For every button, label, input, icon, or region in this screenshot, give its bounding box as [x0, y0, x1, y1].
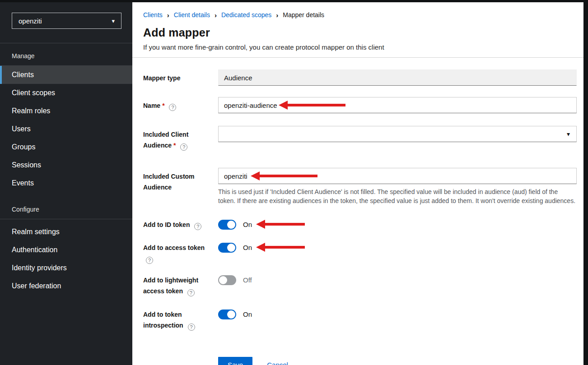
breadcrumb-link-dedicated-scopes[interactable]: Dedicated scopes	[221, 11, 271, 18]
page-subtitle: If you want more fine-grain control, you…	[143, 43, 577, 51]
add-to-id-token-toggle[interactable]	[218, 220, 236, 230]
breadcrumb: Clients › Client details › Dedicated sco…	[143, 11, 577, 18]
page-title: Add mapper	[143, 26, 577, 39]
chevron-right-icon: ›	[167, 12, 169, 18]
add-to-lightweight-access-token-label: Add to lightweight access token ?	[143, 275, 218, 296]
toggle-state-label: On	[243, 309, 252, 319]
cancel-button[interactable]: Cancel	[267, 361, 288, 365]
breadcrumb-link-clients[interactable]: Clients	[143, 11, 163, 18]
realm-selector[interactable]: openziti ▾	[12, 13, 121, 29]
sidebar-item-identity-providers[interactable]: Identity providers	[0, 259, 132, 277]
help-icon[interactable]: ?	[146, 257, 153, 264]
name-label: Name* ?	[143, 97, 218, 113]
chevron-right-icon: ›	[215, 12, 217, 18]
sidebar-item-groups[interactable]: Groups	[0, 138, 132, 156]
sidebar-item-events[interactable]: Events	[0, 174, 132, 192]
help-icon[interactable]: ?	[180, 143, 187, 151]
add-to-token-introspection-toggle[interactable]	[218, 310, 236, 319]
chevron-right-icon: ›	[276, 12, 278, 18]
scrollbar[interactable]	[583, 0, 588, 365]
sidebar-item-authentication[interactable]: Authentication	[0, 241, 132, 259]
sidebar-item-realm-roles[interactable]: Realm roles	[0, 102, 132, 120]
caret-down-icon: ▾	[567, 130, 570, 138]
add-to-lightweight-access-token-toggle[interactable]	[218, 275, 236, 285]
name-input[interactable]	[218, 97, 577, 113]
mapper-type-label: Mapper type	[143, 69, 218, 86]
required-asterisk: *	[173, 142, 176, 149]
annotation-arrow	[279, 101, 345, 110]
included-client-audience-label: Included Client Audience* ?	[143, 126, 218, 151]
save-button[interactable]: Save	[218, 357, 252, 365]
help-icon[interactable]: ?	[187, 289, 195, 296]
included-client-audience-select[interactable]: ▾	[218, 126, 577, 142]
breadcrumb-current: Mapper details	[283, 11, 324, 18]
help-icon[interactable]: ?	[169, 104, 176, 111]
sidebar: openziti ▾ Manage Clients Client scopes …	[0, 2, 132, 365]
annotation-arrow	[256, 243, 305, 252]
toggle-state-label: On	[243, 219, 252, 230]
mapper-form: Mapper type Name* ?	[132, 58, 583, 365]
sidebar-item-sessions[interactable]: Sessions	[0, 156, 132, 174]
sidebar-item-users[interactable]: Users	[0, 120, 132, 138]
help-icon[interactable]: ?	[194, 223, 201, 230]
caret-down-icon: ▾	[112, 18, 115, 24]
breadcrumb-link-client-details[interactable]: Client details	[174, 11, 210, 18]
annotation-arrow	[256, 220, 305, 229]
required-asterisk: *	[162, 102, 164, 109]
add-to-access-token-label: Add to access token ?	[143, 242, 218, 264]
sidebar-item-clients[interactable]: Clients	[0, 66, 132, 84]
annotation-arrow	[251, 171, 317, 180]
sidebar-item-client-scopes[interactable]: Client scopes	[0, 84, 132, 102]
page-header: Clients › Client details › Dedicated sco…	[132, 2, 583, 58]
nav-section-configure: Configure	[0, 206, 132, 219]
realm-selector-value: openziti	[19, 17, 42, 25]
sidebar-item-user-federation[interactable]: User federation	[0, 277, 132, 295]
sidebar-item-realm-settings[interactable]: Realm settings	[0, 223, 132, 241]
sidebar-divider	[0, 219, 132, 219]
included-custom-audience-helper: This is used just if 'Included Client Au…	[218, 187, 577, 206]
add-to-id-token-label: Add to ID token ?	[143, 219, 218, 230]
toggle-state-label: On	[243, 242, 252, 253]
included-custom-audience-label: Included Custom Audience	[143, 168, 218, 206]
toggle-state-label: Off	[243, 275, 252, 285]
main-content: Clients › Client details › Dedicated sco…	[132, 2, 588, 365]
help-icon[interactable]: ?	[188, 323, 195, 331]
nav-section-manage: Manage	[0, 43, 132, 65]
add-to-access-token-toggle[interactable]	[218, 243, 236, 253]
add-to-token-introspection-label: Add to token introspection ?	[143, 309, 218, 331]
mapper-type-field	[218, 69, 577, 86]
